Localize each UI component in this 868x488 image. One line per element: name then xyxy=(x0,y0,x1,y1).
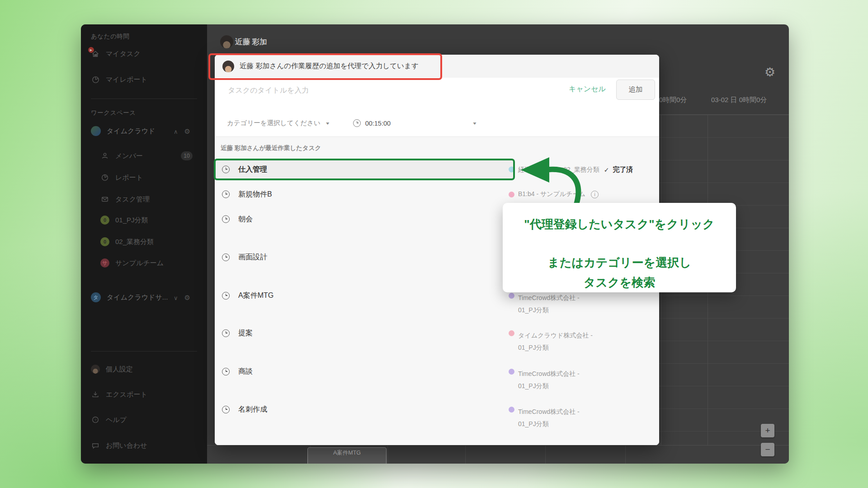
sidebar-item-label: タイムクラウド xyxy=(107,127,155,136)
sidebar-item-label: 02_業務分類 xyxy=(115,238,154,246)
workspace-controls: ∧ ⚙ xyxy=(174,127,190,136)
workspace2-avatar: タ xyxy=(91,292,101,302)
add-button[interactable]: 追加 xyxy=(616,80,655,100)
sidebar-item-label: ヘルプ xyxy=(106,416,127,424)
envelope-icon xyxy=(100,195,109,204)
category-text: 経理 仕入管理 - 02_業務分類 xyxy=(518,165,599,174)
tooltip-line-3: タスクを検索 xyxy=(584,272,655,292)
task-row[interactable]: 商談 TimeCrowd株式会社 - 01_PJ分類 xyxy=(215,361,659,399)
clock-icon xyxy=(222,292,230,300)
person-icon xyxy=(100,151,109,160)
sidebar-item-workspace-timecloud[interactable]: タイムクラウド xyxy=(91,124,155,138)
zoom-in-button[interactable]: + xyxy=(761,424,774,437)
tooltip-line-2: またはカテゴリーを選択し xyxy=(547,253,691,272)
clock-icon xyxy=(222,406,230,413)
home-icon: ▶ xyxy=(91,49,100,58)
clock-icon xyxy=(222,191,230,198)
sidebar-divider xyxy=(91,351,197,352)
chevron-down-icon[interactable]: ∨ xyxy=(174,295,178,301)
pie-chart-icon xyxy=(100,173,109,182)
sidebar-item-personal-settings[interactable]: 個人設定 xyxy=(91,362,133,376)
gear-icon[interactable]: ⚙ xyxy=(764,65,775,80)
recording-badge-icon: ▶ xyxy=(88,47,94,53)
grid-line xyxy=(625,446,626,464)
workspace2-controls: ∨ ⚙ xyxy=(174,294,190,302)
sidebar-item-category-02[interactable]: 0 02_業務分類 xyxy=(100,235,154,249)
task-category-label: TimeCrowd株式会社 - 01_PJ分類 xyxy=(509,292,580,316)
sample-team-icon: サ xyxy=(100,258,109,267)
sidebar-item-label: メンバー xyxy=(115,152,143,160)
info-icon[interactable]: i xyxy=(591,191,599,198)
category-01-icon: 0 xyxy=(100,216,109,225)
zoom-out-button[interactable]: − xyxy=(761,443,774,456)
user-avatar xyxy=(91,365,100,374)
sidebar-item-sample-team[interactable]: サ サンプルチーム xyxy=(100,256,164,270)
category-dot xyxy=(509,369,514,375)
help-icon: ? xyxy=(91,415,100,424)
svg-text:?: ? xyxy=(94,418,97,422)
clock-icon xyxy=(222,368,230,375)
task-title: A案件MTG xyxy=(238,291,274,300)
category-dot xyxy=(509,330,514,336)
category-dot xyxy=(509,407,514,413)
sidebar-item-contact[interactable]: お問い合わせ xyxy=(91,439,147,452)
sidebar-item-label: レポート xyxy=(115,174,143,182)
recent-tasks-header: 近藤 彩加さんが最近作業したタスク xyxy=(221,144,321,152)
task-category-label: TimeCrowd株式会社 - 01_PJ分類 xyxy=(509,368,580,392)
sidebar-item-my-task[interactable]: ▶ マイタスク xyxy=(91,47,141,61)
cancel-button[interactable]: キャンセル xyxy=(569,84,606,94)
task-title: 朝会 xyxy=(238,215,253,224)
chevron-down-icon: ▼ xyxy=(325,121,330,126)
sidebar-item-label: タイムクラウドサ... xyxy=(107,293,168,302)
check-icon: ✓ xyxy=(604,166,609,173)
sidebar-item-help[interactable]: ? ヘルプ xyxy=(91,413,127,427)
category-placeholder: カテゴリーを選択してください xyxy=(227,119,321,127)
sidebar-item-workspace-timecloud-sa[interactable]: タ タイムクラウドサ... xyxy=(91,291,168,304)
category-text: 01_PJ分類 xyxy=(518,306,549,314)
task-row[interactable]: 提案 タイムクラウド株式会社 - 01_PJ分類 xyxy=(215,323,659,361)
status-completed: 完了済 xyxy=(613,165,633,174)
sidebar-item-members[interactable]: メンバー xyxy=(100,149,143,163)
sidebar-item-label: 01_PJ分類 xyxy=(115,216,148,225)
calendar-day-header-2: 03-02 日 0時間0分 xyxy=(711,96,767,104)
category-text: TimeCrowd株式会社 - xyxy=(518,370,580,377)
task-category-label: B1:b4 - サンプルチーム i xyxy=(509,190,599,198)
calendar-bottom-row: A案件MTG xyxy=(207,445,789,464)
sidebar-item-my-report[interactable]: マイレポート xyxy=(91,73,147,86)
pie-chart-icon xyxy=(91,75,100,84)
sidebar-item-label: 個人設定 xyxy=(106,365,133,374)
calendar-event-cell[interactable]: A案件MTG xyxy=(307,447,387,464)
task-row[interactable]: 新規物件B B1:b4 - サンプルチーム i xyxy=(215,183,659,205)
category-dot xyxy=(509,192,514,197)
task-category-label: TimeCrowd株式会社 - 01_PJ分類 xyxy=(509,406,580,430)
sidebar-item-task-management[interactable]: タスク管理 xyxy=(100,192,150,206)
member-name: 近藤 彩加 xyxy=(235,37,267,47)
category-text: 01_PJ分類 xyxy=(518,344,549,351)
sidebar-item-category-01[interactable]: 0 01_PJ分類 xyxy=(100,213,148,227)
sidebar-item-export[interactable]: エクスポート xyxy=(91,388,147,401)
member-avatar xyxy=(220,35,233,48)
category-select[interactable]: カテゴリーを選択してください ▼ 00:15:00 ▼ xyxy=(227,119,477,127)
task-title-input[interactable] xyxy=(227,83,482,98)
gear-icon[interactable]: ⚙ xyxy=(184,127,190,136)
chevron-down-icon[interactable]: ▼ xyxy=(472,121,477,126)
task-category-label: 経理 仕入管理 - 02_業務分類 ✓ 完了済 xyxy=(509,165,633,174)
task-title: 新規物件B xyxy=(238,190,272,199)
download-icon xyxy=(91,390,100,399)
sidebar-divider xyxy=(91,99,197,99)
grid-line xyxy=(465,446,466,464)
sidebar-section-your-time: あなたの時間 xyxy=(91,33,129,41)
task-row[interactable]: 名刺作成 TimeCrowd株式会社 - 01_PJ分類 xyxy=(215,399,659,437)
chevron-up-icon[interactable]: ∧ xyxy=(174,128,178,135)
grid-line xyxy=(545,446,546,464)
gear-icon[interactable]: ⚙ xyxy=(184,294,190,302)
sidebar: あなたの時間 ▶ マイタスク マイレポート ワークスペース タイムクラウド xyxy=(81,24,207,464)
desktop-background: あなたの時間 ▶ マイタスク マイレポート ワークスペース タイムクラウド xyxy=(0,0,868,488)
grid-line xyxy=(387,446,388,464)
sidebar-item-report[interactable]: レポート xyxy=(100,171,143,184)
sidebar-section-workspace: ワークスペース xyxy=(91,109,136,117)
clock-icon xyxy=(353,119,361,127)
category-text: TimeCrowd株式会社 - xyxy=(518,408,580,415)
category-text: TimeCrowd株式会社 - xyxy=(518,294,580,301)
sidebar-item-label: サンプルチーム xyxy=(115,259,164,267)
